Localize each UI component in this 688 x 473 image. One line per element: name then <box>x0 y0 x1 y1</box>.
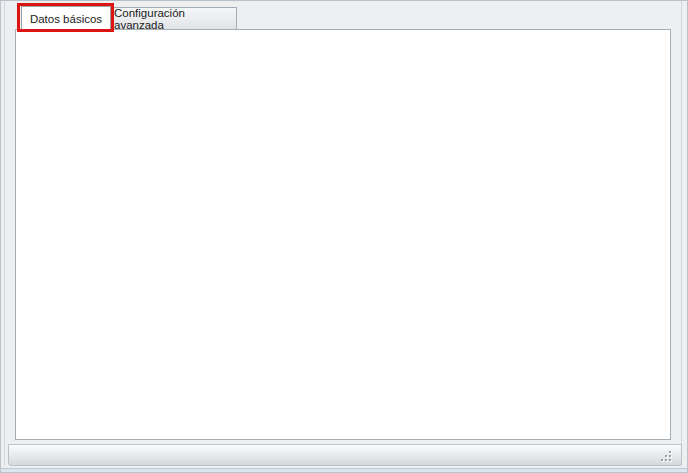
tab-datos-basicos[interactable]: Datos básicos <box>21 6 111 30</box>
window-left-border <box>4 1 5 466</box>
tab-configuracion-avanzada-label: Configuración avanzada <box>114 7 236 31</box>
window-right-border <box>681 1 682 466</box>
resize-grip[interactable] <box>658 448 671 461</box>
bank-edit-window: Datos básicos Configuración avanzada Es … <box>0 0 688 473</box>
tab-configuracion-avanzada[interactable]: Configuración avanzada <box>113 7 237 29</box>
tab-datos-basicos-label: Datos básicos <box>30 13 102 25</box>
status-bar <box>8 444 682 466</box>
tab-page-datos-basicos <box>15 29 671 440</box>
window-bottom-border <box>1 468 687 472</box>
